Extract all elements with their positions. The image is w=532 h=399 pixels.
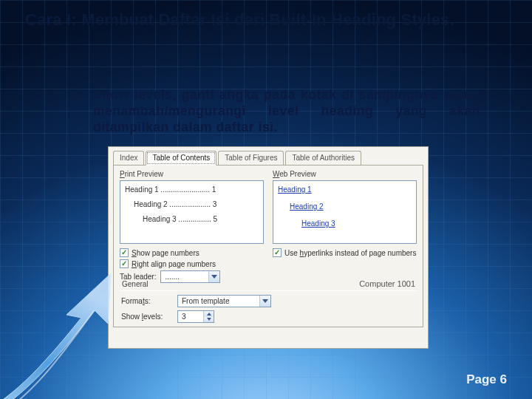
print-preview-row: Heading 1 ........................ 1 — [125, 185, 259, 194]
checkbox-label: Right align page numbers — [132, 260, 216, 268]
spinner-down-icon[interactable] — [203, 317, 214, 323]
check-icon: ✓ — [120, 248, 129, 257]
check-icon: ✓ — [120, 259, 129, 268]
web-preview-label: Web Preview — [273, 170, 417, 178]
print-preview-box: Heading 1 ........................ 1 Hea… — [120, 180, 264, 244]
bullet-item: o Show levels, ganti angka pada kotak di… — [77, 87, 480, 136]
web-preview-link: Heading 2 — [290, 202, 412, 211]
tab-table-of-authorities[interactable]: Table of Authorities — [285, 151, 361, 166]
checkbox-use-hyperlinks[interactable]: ✓ Use hyperlinks instead of page numbers — [273, 248, 417, 257]
checkbox-label: Show page numbers — [132, 249, 200, 257]
general-group-label: General — [120, 280, 151, 288]
dialog-body: Print Preview Heading 1 ................… — [113, 165, 423, 327]
checkbox-label: Use hyperlinks instead of page numbers — [284, 249, 416, 257]
checkbox-show-page-numbers[interactable]: ✓ Show page numbers — [120, 248, 264, 257]
show-levels-spinner[interactable]: 3 — [177, 310, 214, 323]
watermark-text: Computer 1001 — [359, 279, 415, 288]
show-levels-value: 3 — [178, 311, 203, 322]
slide-title: Cara I: Membuat Daftar Isi dari Built-In… — [25, 10, 517, 30]
page-number: Page 6 — [466, 372, 507, 387]
tab-table-of-contents[interactable]: Table of Contents — [146, 151, 216, 166]
bullet-text: Show levels, ganti angka pada kotak di s… — [93, 87, 480, 136]
toc-dialog: Index Table of Contents Table of Figures… — [108, 146, 429, 349]
print-preview-row: Heading 3 ................ 5 — [143, 215, 259, 223]
formats-combo[interactable]: From template — [177, 295, 271, 307]
chevron-down-icon — [259, 296, 270, 307]
tab-leader-value: ....... — [161, 273, 208, 281]
show-levels-label: Show levels: — [121, 313, 173, 321]
formats-label: Formats: — [121, 297, 173, 305]
formats-value: From template — [178, 297, 259, 305]
print-preview-label: Print Preview — [120, 170, 264, 178]
dialog-tabs: Index Table of Contents Table of Figures… — [109, 147, 428, 165]
group-divider — [120, 290, 417, 291]
web-preview-box: Heading 1 Heading 2 Heading 3 — [273, 180, 417, 244]
web-preview-link: Heading 3 — [301, 219, 412, 228]
web-preview-link: Heading 1 — [278, 185, 412, 194]
print-preview-row: Heading 2 .................... 3 — [134, 200, 259, 208]
checkbox-right-align[interactable]: ✓ Right align page numbers — [120, 259, 264, 268]
tab-table-of-figures[interactable]: Table of Figures — [218, 151, 284, 166]
chevron-down-icon — [208, 271, 219, 282]
tab-leader-combo[interactable]: ....... — [160, 270, 220, 283]
tab-index[interactable]: Index — [113, 151, 144, 166]
bullet-marker: o — [77, 87, 93, 136]
spinner-up-icon[interactable] — [203, 311, 214, 317]
check-icon: ✓ — [273, 248, 282, 257]
